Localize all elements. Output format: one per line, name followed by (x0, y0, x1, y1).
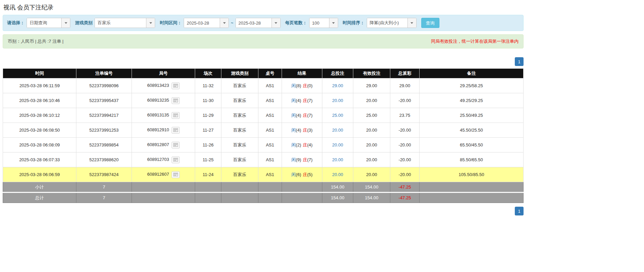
cell-table-no: AS1 (258, 93, 282, 108)
cell-result: 闲(4)庄(7) (282, 93, 322, 108)
column-header: 场次 (195, 69, 221, 78)
records-body: 2025-03-28 06:11:59 522373998096 6089134… (3, 78, 524, 203)
cell-round-id: 608913135 (132, 108, 195, 123)
total-bet-link[interactable]: 20.00 (332, 128, 343, 133)
round-detail-icon[interactable] (172, 82, 180, 89)
cell-bet-id: 522373998096 (76, 78, 132, 93)
cell-time: 2025-03-28 06:10:46 (3, 93, 76, 108)
summary-label: 总计 (3, 193, 76, 203)
summary-count: 7 (76, 193, 132, 203)
round-id-text: 608912703 (147, 157, 169, 162)
result-player-label: 闲 (291, 142, 296, 147)
cell-table-no: AS1 (258, 167, 282, 182)
cell-bet-id: 522373988620 (76, 152, 132, 167)
records-table: 时间注单编号局号场次游戏类别桌号结果总投注有效投注总派彩备注 2025-03-2… (3, 68, 524, 203)
date-to-input[interactable] (236, 18, 272, 28)
round-id-text: 608912910 (147, 127, 169, 132)
result-player-count: (6) (296, 172, 301, 177)
summary-valid-bet: 154.00 (353, 182, 390, 193)
result-banker-count: (5) (307, 172, 313, 177)
sort-label: 时间排序： (343, 20, 365, 26)
cell-bet-id: 522373991253 (76, 123, 132, 138)
cell-remark: 65.50/45.50 (420, 138, 524, 152)
round-detail-icon[interactable] (172, 97, 180, 104)
result-player-label: 闲 (291, 83, 296, 88)
date-to-dropdown-button[interactable] (272, 18, 280, 28)
cell-time: 2025-03-28 06:06:59 (3, 167, 76, 182)
cell-game-type: 百家乐 (221, 123, 258, 138)
query-type-dropdown-button[interactable] (61, 18, 70, 28)
total-bet-link[interactable]: 25.00 (332, 113, 343, 118)
round-id-text: 608913423 (147, 83, 169, 88)
result-player-label: 闲 (291, 113, 296, 118)
cell-table-no: AS1 (258, 78, 282, 93)
cell-time: 2025-03-28 06:08:50 (3, 123, 76, 138)
result-banker-count: (4) (307, 142, 313, 147)
total-bet-link[interactable]: 20.00 (332, 157, 343, 162)
cell-table-no: AS1 (258, 123, 282, 138)
cell-round-id: 608912807 (132, 138, 195, 152)
table-row: 2025-03-28 06:07:33 522373988620 6089127… (3, 152, 524, 167)
result-banker-count: (7) (307, 157, 313, 162)
cell-time: 2025-03-28 06:07:33 (3, 152, 76, 167)
pagination-page-1[interactable]: 1 (515, 207, 524, 215)
summary-valid-bet: 154.00 (353, 193, 390, 203)
round-detail-icon[interactable] (172, 157, 180, 163)
round-id-text: 608912607 (147, 172, 169, 177)
cell-round-id: 608913423 (132, 78, 195, 93)
table-row: 2025-03-28 06:08:09 522373989854 6089128… (3, 138, 524, 152)
round-detail-icon[interactable] (172, 112, 180, 119)
total-bet-link[interactable]: 29.00 (332, 83, 343, 88)
column-header: 局号 (132, 69, 195, 78)
page-size-label: 每页笔数： (285, 20, 307, 26)
round-detail-icon[interactable] (172, 142, 180, 148)
cell-session: 11-25 (195, 152, 221, 167)
pagination-bottom: 1 (3, 207, 524, 215)
round-id-text: 608913235 (147, 98, 169, 103)
game-type-label: 游戏类别 (75, 20, 93, 26)
cell-total-bet: 20.00 (322, 93, 353, 108)
result-banker-label: 庄 (303, 128, 307, 133)
cell-session: 11-27 (195, 123, 221, 138)
total-bet-link[interactable]: 20.00 (332, 172, 343, 177)
cell-valid-bet: 25.00 (353, 108, 390, 123)
result-player-count: (9) (296, 157, 301, 162)
round-detail-icon[interactable] (172, 127, 180, 134)
game-type-dropdown-button[interactable] (146, 18, 155, 28)
query-type-input[interactable] (27, 18, 61, 28)
game-type-input[interactable] (95, 18, 146, 28)
pagination-page-1[interactable]: 1 (515, 57, 524, 66)
round-detail-icon[interactable] (172, 171, 180, 178)
result-banker-label: 庄 (303, 172, 307, 177)
cell-result: 闲(4)庄(3) (282, 123, 322, 138)
cell-valid-bet: 29.00 (353, 78, 390, 93)
sort-dropdown-button[interactable] (407, 18, 416, 28)
total-bet-link[interactable]: 20.00 (332, 142, 343, 147)
table-row: 2025-03-28 06:10:46 522373995437 6089132… (3, 93, 524, 108)
date-from-dropdown-button[interactable] (220, 18, 228, 28)
cell-payout: -20.00 (390, 123, 420, 138)
filter-bar: 请选择： 游戏类别 时间区间： ~ 每页笔数： 时间排序： (3, 15, 524, 31)
date-from-input[interactable] (184, 18, 220, 28)
date-from-combo (184, 18, 229, 28)
cell-bet-id: 522373987424 (76, 167, 132, 182)
date-range-separator: ~ (231, 21, 234, 26)
page-size-input[interactable] (310, 18, 329, 28)
total-bet-link[interactable]: 20.00 (332, 98, 343, 103)
cell-time: 2025-03-28 06:08:09 (3, 138, 76, 152)
result-banker-label: 庄 (303, 98, 307, 103)
sort-input[interactable] (367, 18, 407, 28)
chevron-down-icon (410, 22, 413, 24)
query-type-combo (27, 18, 70, 28)
column-header: 总投注 (322, 69, 353, 78)
result-player-label: 闲 (291, 157, 296, 162)
cell-round-id: 608913235 (132, 93, 195, 108)
page-size-dropdown-button[interactable] (329, 18, 338, 28)
summary-bar: 币别：人民币 | 总共 :7 注单 | 同局有效投注，统一计算在该局第一张注单内 (3, 34, 524, 48)
cell-valid-bet: 20.00 (353, 123, 390, 138)
valid-bet-notice-text: 同局有效投注，统一计算在该局第一张注单内 (431, 38, 518, 44)
table-row: 2025-03-28 06:08:50 522373991253 6089129… (3, 123, 524, 138)
search-button[interactable]: 查询 (421, 18, 439, 28)
cell-total-bet: 20.00 (322, 123, 353, 138)
chevron-down-icon (65, 22, 67, 24)
